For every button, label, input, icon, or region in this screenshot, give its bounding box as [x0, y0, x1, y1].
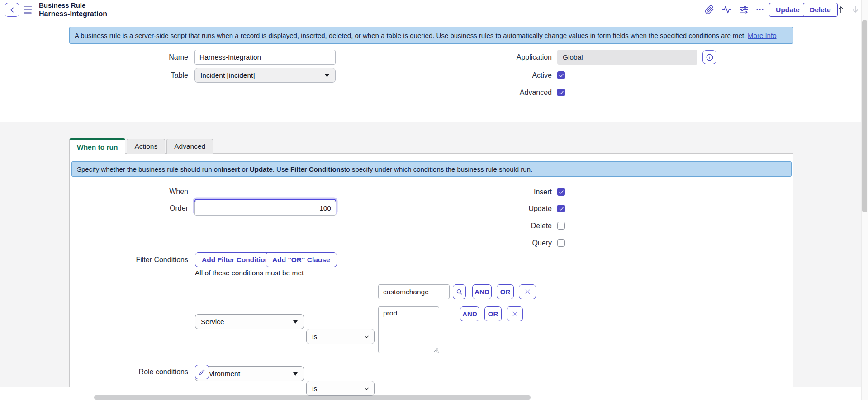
banner-bold-update: Update	[250, 165, 273, 173]
chevron-down-icon	[364, 386, 370, 391]
condition-field-select[interactable]: Service	[195, 314, 304, 329]
order-label: Order	[68, 201, 188, 216]
condition-field-value: Service	[201, 318, 224, 326]
pencil-icon	[199, 369, 205, 376]
vertical-scrollbar-thumb[interactable]	[862, 20, 867, 212]
remove-condition-button[interactable]	[507, 306, 523, 321]
condition-field-select[interactable]: Environment	[195, 366, 304, 381]
form-context-menu-icon[interactable]	[24, 6, 32, 14]
update-checkbox[interactable]	[557, 205, 565, 212]
activity-icon	[722, 5, 731, 14]
role-conditions-label: Role conditions	[68, 365, 188, 379]
insert-label: Insert	[430, 188, 552, 196]
tab-bar: When to run Actions Advanced	[69, 138, 213, 154]
application-field[interactable]: Global	[557, 50, 697, 65]
advanced-checkbox[interactable]	[557, 89, 565, 96]
caret-down-icon	[293, 320, 298, 324]
business-rule-form-page: Business Rule Harness-Integration Update…	[0, 0, 868, 400]
condition-search-button[interactable]	[453, 284, 466, 299]
tab-advanced[interactable]: Advanced	[166, 139, 213, 154]
active-label: Active	[430, 71, 552, 79]
chevron-down-icon	[364, 334, 370, 339]
delete-checkbox[interactable]	[557, 222, 565, 230]
name-input[interactable]	[194, 50, 336, 65]
ellipsis-icon	[755, 5, 764, 14]
arrow-down-icon	[851, 5, 860, 14]
next-record-button[interactable]	[849, 4, 861, 15]
info-banner: A business rule is a server-side script …	[69, 27, 793, 44]
order-input[interactable]	[194, 201, 336, 216]
sliders-icon	[739, 5, 749, 14]
more-options-button[interactable]	[754, 4, 765, 15]
check-icon	[559, 189, 564, 195]
record-type-label: Business Rule	[39, 1, 107, 9]
table-select-value: Incident [incident]	[200, 71, 255, 80]
check-icon	[559, 206, 564, 212]
banner-text-segment: or	[240, 165, 250, 173]
info-icon	[706, 53, 714, 61]
arrow-up-icon	[836, 5, 845, 14]
chevron-left-icon	[9, 6, 16, 14]
active-checkbox[interactable]	[557, 71, 565, 79]
banner-text-segment: Specify whether the business rule should…	[77, 165, 221, 173]
banner-bold-filter-conditions: Filter Conditions	[290, 165, 344, 173]
add-or-clause-button[interactable]: Add "OR" Clause	[266, 252, 337, 267]
condition-value-textarea[interactable]: prod	[378, 306, 439, 353]
add-filter-condition-button[interactable]: Add Filter Condition	[195, 252, 276, 267]
remove-condition-button[interactable]	[519, 284, 536, 299]
caret-down-icon	[293, 372, 298, 376]
query-checkbox[interactable]	[557, 239, 565, 247]
edit-role-conditions-button[interactable]	[195, 365, 209, 379]
or-button[interactable]: OR	[484, 306, 502, 321]
banner-text-segment: . Use	[273, 165, 290, 173]
condition-value-input[interactable]	[378, 284, 450, 299]
when-label: When	[68, 184, 188, 199]
table-select[interactable]: Incident [incident]	[194, 68, 336, 83]
name-label: Name	[68, 50, 188, 65]
banner-text-segment: to specify under which conditions the bu…	[344, 165, 532, 173]
previous-record-button[interactable]	[835, 4, 847, 15]
tab-when-to-run[interactable]: When to run	[69, 138, 125, 154]
check-icon	[559, 90, 564, 95]
all-conditions-text: All of these conditions must be met	[195, 269, 304, 277]
activity-stream-button[interactable]	[721, 4, 732, 15]
attachment-button[interactable]	[704, 4, 715, 15]
filter-conditions-label: Filter Conditions	[68, 252, 188, 267]
info-banner-text: A business rule is a server-side script …	[75, 32, 746, 39]
advanced-label: Advanced	[430, 89, 552, 96]
application-label: Application	[430, 50, 552, 65]
delete-button[interactable]: Delete	[803, 3, 838, 17]
back-button[interactable]	[5, 3, 19, 17]
query-label: Query	[430, 239, 552, 247]
close-icon	[524, 288, 531, 295]
condition-operator-select[interactable]: is	[306, 381, 375, 396]
when-to-run-banner: Specify whether the business rule should…	[71, 161, 792, 177]
update-button[interactable]: Update	[769, 3, 806, 17]
insert-checkbox[interactable]	[557, 188, 565, 196]
paperclip-icon	[705, 5, 714, 14]
delete-label: Delete	[430, 222, 552, 230]
or-button[interactable]: OR	[497, 284, 514, 299]
and-button[interactable]: AND	[460, 306, 479, 321]
horizontal-scrollbar-thumb[interactable]	[94, 395, 531, 400]
search-icon	[456, 288, 463, 295]
condition-operator-value: is	[312, 385, 317, 393]
table-label: Table	[68, 68, 188, 83]
caret-down-icon	[325, 74, 329, 77]
page-title: Business Rule Harness-Integration	[39, 1, 107, 19]
tab-actions[interactable]: Actions	[127, 139, 165, 154]
close-icon	[512, 311, 518, 317]
record-name-label: Harness-Integration	[39, 9, 107, 19]
condition-operator-value: is	[312, 333, 317, 341]
personalize-form-button[interactable]	[738, 4, 749, 15]
condition-operator-select[interactable]: is	[306, 329, 375, 344]
banner-bold-insert: Insert	[221, 165, 240, 173]
update-label: Update	[430, 205, 552, 212]
application-info-button[interactable]	[702, 50, 716, 64]
and-button[interactable]: AND	[472, 284, 492, 299]
more-info-link[interactable]: More Info	[748, 32, 776, 39]
check-icon	[559, 73, 564, 78]
